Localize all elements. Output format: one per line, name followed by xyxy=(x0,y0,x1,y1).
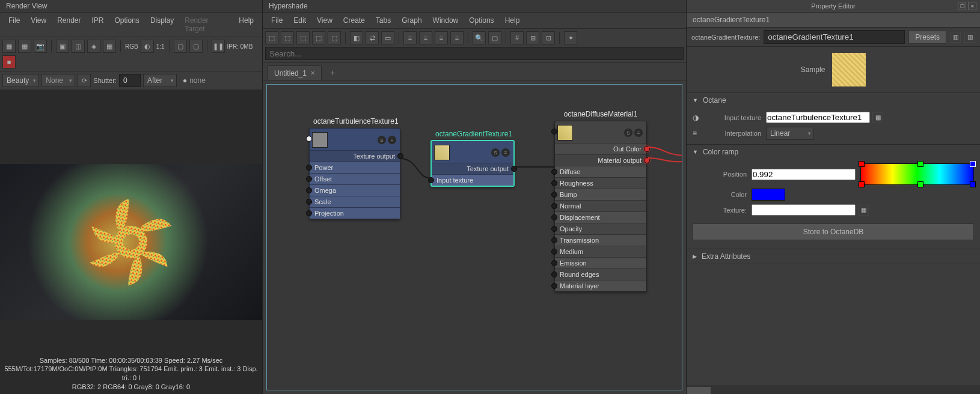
ramp-stop[interactable] xyxy=(917,161,923,167)
node-turbulence-texture[interactable]: octaneTurbulenceTexture1 S≡ Texture outp… xyxy=(309,128,400,219)
position-field[interactable] xyxy=(752,169,856,180)
snap-icon[interactable]: ⊞ xyxy=(526,31,539,44)
hide-icon[interactable]: ▥ xyxy=(964,32,975,43)
show-icon[interactable]: ▥ xyxy=(950,32,961,43)
frame-all-icon[interactable]: ▢ xyxy=(488,31,501,44)
node-graph[interactable]: octaneTurbulenceTexture1 S≡ Texture outp… xyxy=(266,84,682,390)
menu-rv-ipr[interactable]: IPR xyxy=(87,15,109,34)
menu-rv-help[interactable]: Help xyxy=(234,15,259,34)
menu-hs-help[interactable]: Help xyxy=(500,15,525,26)
menu-dots-icon[interactable]: ≡ xyxy=(501,148,510,157)
graph-output-icon[interactable]: ⬚ xyxy=(281,31,294,44)
ramp-stop-selected[interactable] xyxy=(970,161,976,167)
port-transmission[interactable]: Transmission xyxy=(555,234,646,246)
sample-swatch[interactable] xyxy=(832,53,866,86)
distribute-icon[interactable]: ≡ xyxy=(450,31,464,44)
port-power[interactable]: Power xyxy=(310,162,400,173)
render-icon[interactable]: ▣ xyxy=(56,40,69,53)
port-offset[interactable]: Offset xyxy=(310,173,400,184)
close-icon[interactable]: ✕ xyxy=(968,2,976,10)
node-name-input[interactable] xyxy=(764,30,905,44)
menu-rv-options[interactable]: Options xyxy=(110,15,144,34)
after-dropdown[interactable]: After xyxy=(143,74,177,87)
menu-hs-file[interactable]: File xyxy=(266,15,287,26)
port-projection[interactable]: Projection xyxy=(310,207,400,219)
menu-hs-tabs[interactable]: Tabs xyxy=(371,15,396,26)
connect-icon[interactable]: ▦ xyxy=(872,112,883,123)
save-image-icon[interactable]: ▦ xyxy=(18,40,31,53)
keep-image-icon[interactable]: ▢ xyxy=(174,40,187,53)
port-scale[interactable]: Scale xyxy=(310,196,400,207)
interpolation-dropdown[interactable]: Linear xyxy=(766,127,814,140)
horizontal-scrollbar[interactable] xyxy=(687,386,980,394)
input-texture-field[interactable] xyxy=(766,112,870,123)
clear-graph-icon[interactable]: ◧ xyxy=(350,31,363,44)
render-frame-icon[interactable]: ▦ xyxy=(103,40,116,53)
align-left-icon[interactable]: ≡ xyxy=(403,31,417,44)
section-ramp-header[interactable]: ▼Color ramp xyxy=(687,145,980,159)
menu-hs-edit[interactable]: Edit xyxy=(289,15,311,26)
menu-hs-window[interactable]: Window xyxy=(428,15,464,26)
ramp-handle[interactable] xyxy=(970,181,976,187)
menu-dots-icon[interactable]: ≡ xyxy=(634,129,643,137)
node-diffuse-material[interactable]: octaneDiffuseMaterial1 S≡ Out Color Mate… xyxy=(554,121,647,292)
port-opacity[interactable]: Opacity xyxy=(555,223,646,234)
port-material-output[interactable]: Material output xyxy=(555,154,646,166)
port-bump[interactable]: Bump xyxy=(555,189,646,200)
port-texture-output[interactable]: Texture output xyxy=(310,150,400,162)
menu-hs-view[interactable]: View xyxy=(312,15,337,26)
section-extra-header[interactable]: ▶Extra Attributes xyxy=(687,249,980,264)
close-icon[interactable]: ✕ xyxy=(310,70,315,76)
grid-icon[interactable]: # xyxy=(510,31,524,44)
port-roughness[interactable]: Roughness xyxy=(555,177,646,189)
port-emission[interactable]: Emission xyxy=(555,257,646,268)
port-round-edges[interactable]: Round edges xyxy=(555,268,646,280)
snapshot-icon[interactable]: 📷 xyxy=(34,40,47,53)
group-icon[interactable]: ▭ xyxy=(381,31,394,44)
map-icon[interactable]: ▦ xyxy=(858,205,869,216)
ipr-render-icon[interactable]: ◈ xyxy=(87,40,100,53)
pause-icon[interactable]: ❚❚ xyxy=(212,40,225,53)
menu-hs-create[interactable]: Create xyxy=(338,15,370,26)
tab-untitled-1[interactable]: Untitled_1✕ xyxy=(268,65,322,80)
menu-dots-icon[interactable]: ≡ xyxy=(388,136,396,144)
camera-dropdown[interactable]: None xyxy=(41,74,75,87)
ramp-handle[interactable] xyxy=(859,181,865,187)
port-material-layer[interactable]: Material layer xyxy=(555,280,646,291)
texture-field[interactable] xyxy=(752,204,856,216)
port-medium[interactable]: Medium xyxy=(555,246,646,257)
graph-io-icon[interactable]: ⬚ xyxy=(296,31,310,44)
search-input[interactable] xyxy=(265,47,684,60)
graph-remove-icon[interactable]: ⬚ xyxy=(328,31,341,44)
graph-input-icon[interactable]: ⬚ xyxy=(265,31,278,44)
rearrange-icon[interactable]: ⇄ xyxy=(366,31,379,44)
color-ramp[interactable] xyxy=(860,163,974,185)
node-gradient-texture[interactable]: octaneGradientTexture1 S≡ Texture output… xyxy=(430,140,515,187)
render-region-icon[interactable]: ◫ xyxy=(72,40,85,53)
render-viewport[interactable]: Samples: 80/500 Time: 00:00:35/00:03:39 … xyxy=(0,90,262,394)
presets-button[interactable]: Presets xyxy=(908,31,946,44)
port-normal[interactable]: Normal xyxy=(555,200,646,211)
menu-rv-file[interactable]: File xyxy=(4,15,25,34)
menu-hs-options[interactable]: Options xyxy=(464,15,498,26)
open-image-icon[interactable]: ▦ xyxy=(2,40,16,53)
graph-add-icon[interactable]: ⬚ xyxy=(312,31,325,44)
store-to-octanedb-button[interactable]: Store to OctaneDB xyxy=(693,223,974,240)
port-displacement[interactable]: Displacement xyxy=(555,211,646,223)
port-omega[interactable]: Omega xyxy=(310,184,400,196)
list-icon[interactable]: ≡ xyxy=(693,129,702,138)
menu-rv-view[interactable]: View xyxy=(26,15,51,34)
align-right-icon[interactable]: ≡ xyxy=(435,31,448,44)
refresh-icon[interactable]: ⟳ xyxy=(78,74,91,87)
grid-toggle-icon[interactable]: ⊡ xyxy=(542,31,555,44)
port-texture-output[interactable]: Texture output xyxy=(432,163,513,174)
shutter-field[interactable]: 0 xyxy=(119,74,141,87)
port-input-texture[interactable]: Input texture xyxy=(432,174,513,186)
section-octane-header[interactable]: ▼Octane xyxy=(687,93,980,108)
menu-rv-display[interactable]: Display xyxy=(145,15,179,34)
menu-hs-graph[interactable]: Graph xyxy=(397,15,426,26)
color-swatch[interactable] xyxy=(752,189,785,201)
exposure-icon[interactable]: ◐ xyxy=(141,40,154,53)
zoom-icon[interactable]: 🔍 xyxy=(473,31,486,44)
solo-icon[interactable]: ✦ xyxy=(564,31,577,44)
